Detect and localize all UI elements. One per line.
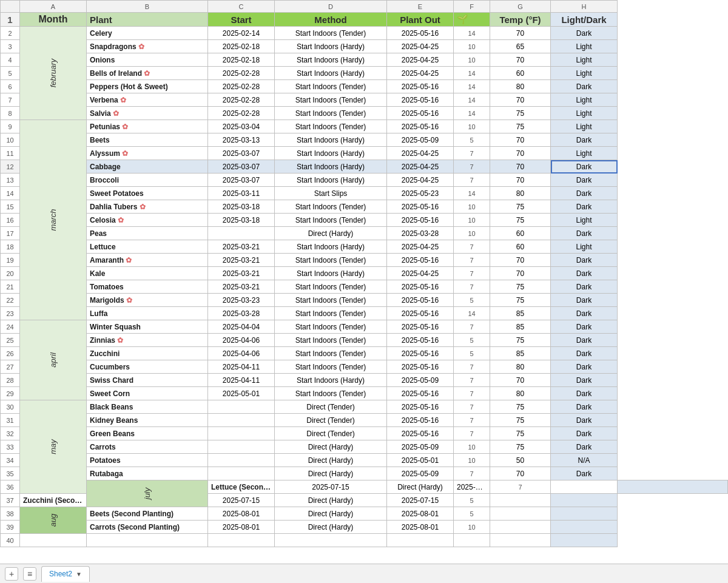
table-row: 27 Cucumbers 2025-04-11 Start Indoors (T…	[1, 360, 728, 374]
table-row: 38 aug Beets (Second Planting) 2025-08-0…	[1, 507, 728, 521]
table-row: 2 february Celery 2025-02-14 Start Indoo…	[1, 27, 728, 40]
plant-bells-of-ireland: Bells of Ireland ✿	[87, 67, 208, 80]
row-num-1: 1	[1, 13, 20, 27]
col-c-header[interactable]: C	[208, 1, 275, 13]
table-row: 33 Carrots Direct (Hardy) 2025-05-09 10 …	[1, 440, 728, 454]
month-header: Month	[20, 13, 87, 27]
col-g-header[interactable]: G	[490, 1, 551, 13]
month-may: may	[20, 400, 87, 494]
col-d-header[interactable]: D	[275, 1, 387, 13]
table-row-highlighted: 12 Cabbage 2025-03-07 Start Indoors (Har…	[1, 160, 728, 174]
row-num-3: 3	[1, 40, 20, 53]
table-row-empty: 40	[1, 534, 728, 547]
table-row: 14 Sweet Potatoes 2025-03-11 Start Slips…	[1, 187, 728, 200]
table-row: 20 Kale 2025-03-21 Start Indoors (Hardy)…	[1, 267, 728, 280]
table-row: 22 Marigolds ✿ 2025-03-23 Start Indoors …	[1, 294, 728, 307]
lightdark-header: Light/Dark	[551, 13, 618, 27]
sheet-tab-label: Sheet2	[49, 570, 72, 578]
month-february: february	[20, 27, 87, 120]
table-row: 29 Sweet Corn 2025-05-01 Start Indoors (…	[1, 387, 728, 400]
plant-snapdragons: Snapdragons ✿	[87, 40, 208, 53]
start-celery: 2025-02-14	[208, 27, 275, 40]
sheet-tab[interactable]: Sheet2 ▼	[41, 566, 90, 582]
table-row: 9 march Petunias ✿ 2025-03-04 Start Indo…	[1, 120, 728, 133]
row-num-2: 2	[1, 27, 20, 40]
table-row: 7 Verbena ✿ 2025-02-28 Start Indoors (Te…	[1, 93, 728, 107]
start-header: Start	[208, 13, 275, 27]
add-sheet-button[interactable]: +	[5, 567, 18, 581]
f-celery: 14	[454, 27, 490, 40]
temp-header: Temp (°F)	[490, 13, 551, 27]
corner-header	[1, 1, 20, 13]
sheet-area[interactable]: A B C D E F G H 1 Month Plant Start Met	[0, 0, 728, 564]
table-row: 21 Tomatoes 2025-03-21 Start Indoors (Te…	[1, 280, 728, 294]
spreadsheet: A B C D E F G H 1 Month Plant Start Met	[0, 0, 728, 583]
data-header-row: 1 Month Plant Start Method Plant Out 🌱 T…	[1, 13, 728, 27]
table-row: 34 Potatoes Direct (Hardy) 2025-05-01 10…	[1, 454, 728, 467]
sheet-menu-button[interactable]: ≡	[23, 567, 36, 581]
table-row: 10 Beets 2025-03-13 Start Indoors (Hardy…	[1, 133, 728, 147]
table-row: 26 Zucchini 2025-04-06 Start Indoors (Te…	[1, 347, 728, 360]
table-row: 19 Amaranth ✿ 2025-03-21 Start Indoors (…	[1, 254, 728, 267]
month-aug: aug	[20, 507, 87, 534]
month-march: march	[20, 120, 87, 320]
col-a-header[interactable]: A	[20, 1, 87, 13]
table-row: 24 april Winter Squash 2025-04-04 Start …	[1, 320, 728, 334]
method-header: Method	[275, 13, 387, 27]
table-row: 18 Lettuce 2025-03-21 Start Indoors (Har…	[1, 240, 728, 254]
table-row: 16 Celosia ✿ 2025-03-18 Start Indoors (T…	[1, 214, 728, 227]
table-row: 11 Alyssum ✿ 2025-03-07 Start Indoors (H…	[1, 147, 728, 160]
col-e-header[interactable]: E	[387, 1, 454, 13]
col-b-header[interactable]: B	[87, 1, 208, 13]
table-row: 25 Zinnias ✿ 2025-04-06 Start Indoors (T…	[1, 334, 728, 347]
tab-bar: + ≡ Sheet2 ▼	[0, 564, 728, 583]
col-h-header[interactable]: H	[551, 1, 618, 13]
table-row: 13 Broccoli 2025-03-07 Start Indoors (Ha…	[1, 174, 728, 187]
method-celery: Start Indoors (Tender)	[275, 27, 387, 40]
selected-cell[interactable]: Dark	[551, 160, 618, 174]
table-row: 36 july Lettuce (Second Planting) 2025-0…	[1, 480, 728, 494]
table-row: 15 Dahlia Tubers ✿ 2025-03-18 Start Indo…	[1, 200, 728, 214]
table-row: 8 Salvia ✿ 2025-02-28 Start Indoors (Ten…	[1, 107, 728, 120]
column-header-row: A B C D E F G H	[1, 1, 728, 13]
table-row: 31 Kidney Beans Direct (Tender) 2025-05-…	[1, 414, 728, 427]
month-april: april	[20, 320, 87, 400]
plantout-header: Plant Out	[387, 13, 454, 27]
table-row: 28 Swiss Chard 2025-04-11 Start Indoors …	[1, 374, 728, 387]
chevron-down-icon: ▼	[76, 571, 82, 578]
table-row: 30 may Black Beans Direct (Tender) 2025-…	[1, 400, 728, 414]
table-row: 17 Peas Direct (Hardy) 2025-03-28 10 60 …	[1, 227, 728, 240]
temp-celery: 70	[490, 27, 551, 40]
table-row: 32 Green Beans Direct (Tender) 2025-05-1…	[1, 427, 728, 440]
plant-celery: Celery	[87, 27, 208, 40]
f-header: 🌱	[454, 13, 490, 27]
table-row: 6 Peppers (Hot & Sweet) 2025-02-28 Start…	[1, 80, 728, 93]
table-row: 5 Bells of Ireland ✿ 2025-02-28 Start In…	[1, 67, 728, 80]
month-july: july	[87, 480, 208, 507]
table-row: 39 Carrots (Second Planting) 2025-08-01 …	[1, 521, 728, 534]
col-f-header[interactable]: F	[454, 1, 490, 13]
table-row: 4 Onions 2025-02-18 Start Indoors (Hardy…	[1, 53, 728, 67]
plantout-celery: 2025-05-16	[387, 27, 454, 40]
table-row: 3 Snapdragons ✿ 2025-02-18 Start Indoors…	[1, 40, 728, 53]
plant-header: Plant	[87, 13, 208, 27]
ld-celery: Dark	[551, 27, 618, 40]
table-row: 35 Rutabaga Direct (Hardy) 2025-05-09 7 …	[1, 467, 728, 480]
table-row: 23 Luffa 2025-03-28 Start Indoors (Tende…	[1, 307, 728, 320]
